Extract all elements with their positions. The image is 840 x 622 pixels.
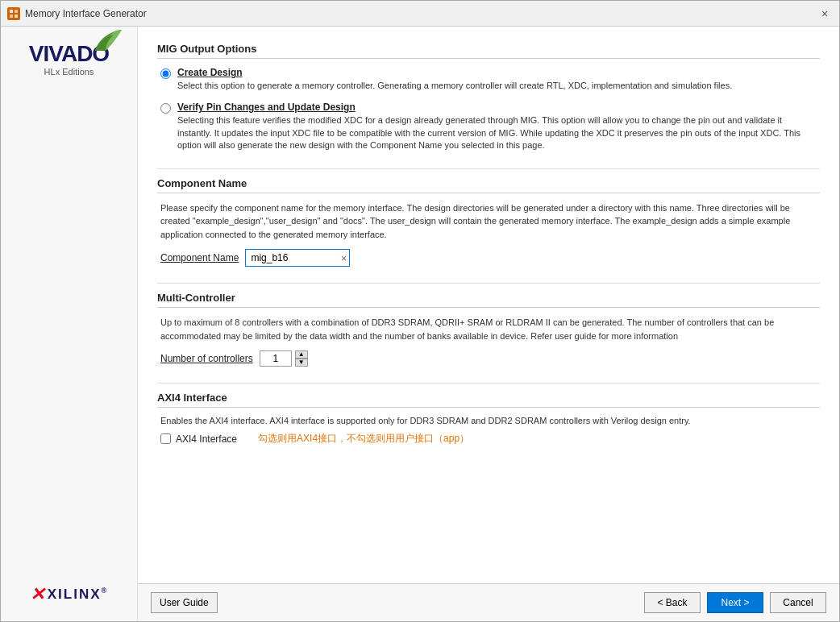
xilinx-x-icon: ✕ <box>30 584 44 605</box>
xilinx-logo: ✕ XILINX® <box>30 584 108 605</box>
svg-rect-3 <box>15 15 18 18</box>
axi4-annotation: 勾选则用AXI4接口，不勾选则用用户接口（app） <box>258 432 469 446</box>
spinner-down-button[interactable]: ▼ <box>295 359 308 367</box>
component-name-desc: Please specify the component name for th… <box>160 201 817 242</box>
num-controllers-label: Number of controllers <box>160 353 253 364</box>
axi4-checkbox[interactable] <box>160 433 171 444</box>
verify-pin-content: Verify Pin Changes and Update Design Sel… <box>177 102 817 151</box>
component-name-row: Component Name × <box>160 249 817 267</box>
close-button[interactable]: × <box>817 6 833 22</box>
num-controllers-input[interactable]: 1 <box>260 350 292 367</box>
component-name-input-wrapper: × <box>245 249 350 267</box>
option-verify-pin: Verify Pin Changes and Update Design Sel… <box>160 102 817 151</box>
option-create-design: Create Design Select this option to gene… <box>160 67 817 92</box>
axi4-header: AXI4 Interface <box>157 392 820 408</box>
main-panel: MIG Output Options Create Design Select … <box>138 27 839 621</box>
hlx-text: HLx Editions <box>44 67 94 77</box>
main-content: MIG Output Options Create Design Select … <box>138 27 839 583</box>
divider-1 <box>157 168 820 169</box>
component-name-body: Please specify the component name for th… <box>157 201 820 267</box>
multi-controller-body: Up to maximum of 8 controllers with a co… <box>157 316 820 367</box>
user-guide-button[interactable]: User Guide <box>151 592 218 613</box>
verify-pin-desc: Selecting this feature verifies the modi… <box>177 115 800 150</box>
xilinx-name: XILINX® <box>48 587 108 603</box>
axi4-checkbox-row: AXI4 Interface 勾选则用AXI4接口，不勾选则用用户接口（app） <box>160 432 817 446</box>
axi4-checkbox-label: AXI4 Interface <box>176 433 237 445</box>
footer: User Guide < Back Next > Cancel <box>138 583 839 621</box>
svg-rect-2 <box>10 15 13 18</box>
mig-output-section: MIG Output Options Create Design Select … <box>157 43 820 152</box>
component-name-input[interactable] <box>245 249 350 267</box>
verify-pin-label: Verify Pin Changes and Update Design <box>177 102 817 113</box>
axi4-section: AXI4 Interface Enables the AXI4 interfac… <box>157 392 820 446</box>
spinner-up-button[interactable]: ▲ <box>295 350 308 359</box>
create-design-desc: Select this option to generate a memory … <box>177 81 732 90</box>
create-design-label: Create Design <box>177 67 732 78</box>
sidebar: VIVADO HLx Editions ✕ XILINX® <box>1 27 138 621</box>
mig-output-body: Create Design Select this option to gene… <box>157 67 820 152</box>
component-name-section: Component Name Please specify the compon… <box>157 177 820 267</box>
back-button[interactable]: < Back <box>644 592 701 613</box>
footer-left: User Guide <box>151 592 218 613</box>
vivado-leaf-icon <box>91 28 123 52</box>
titlebar-left: Memory Interface Generator <box>7 7 147 20</box>
content-area: VIVADO HLx Editions ✕ XILINX® <box>1 27 839 621</box>
footer-right: < Back Next > Cancel <box>644 592 826 613</box>
divider-2 <box>157 283 820 284</box>
component-name-clear-button[interactable]: × <box>339 253 349 263</box>
svg-rect-0 <box>10 10 13 13</box>
cancel-button[interactable]: Cancel <box>770 592 826 613</box>
create-design-radio[interactable] <box>160 68 171 79</box>
svg-rect-1 <box>15 10 18 13</box>
component-name-header: Component Name <box>157 177 820 193</box>
multi-controller-header: Multi-Controller <box>157 292 820 308</box>
vivado-logo: VIVADO HLx Editions <box>29 43 109 77</box>
mig-output-header: MIG Output Options <box>157 43 820 59</box>
window-icon <box>7 7 20 20</box>
axi4-desc: Enables the AXI4 interface. AXI4 interfa… <box>160 416 817 425</box>
next-button[interactable]: Next > <box>707 592 763 613</box>
titlebar: Memory Interface Generator × <box>1 1 839 27</box>
main-window: Memory Interface Generator × VIVADO HLx … <box>0 0 840 622</box>
spinner-buttons: ▲ ▼ <box>295 350 308 367</box>
divider-3 <box>157 383 820 384</box>
axi4-body: Enables the AXI4 interface. AXI4 interfa… <box>157 416 820 446</box>
num-controllers-spinner: 1 ▲ ▼ <box>260 350 308 367</box>
num-controllers-row: Number of controllers 1 ▲ ▼ <box>160 350 817 367</box>
multi-controller-desc: Up to maximum of 8 controllers with a co… <box>160 316 817 342</box>
component-name-label: Component Name <box>160 252 239 263</box>
multi-controller-section: Multi-Controller Up to maximum of 8 cont… <box>157 292 820 367</box>
verify-pin-radio[interactable] <box>160 103 171 114</box>
window-title: Memory Interface Generator <box>25 8 147 19</box>
create-design-content: Create Design Select this option to gene… <box>177 67 732 92</box>
